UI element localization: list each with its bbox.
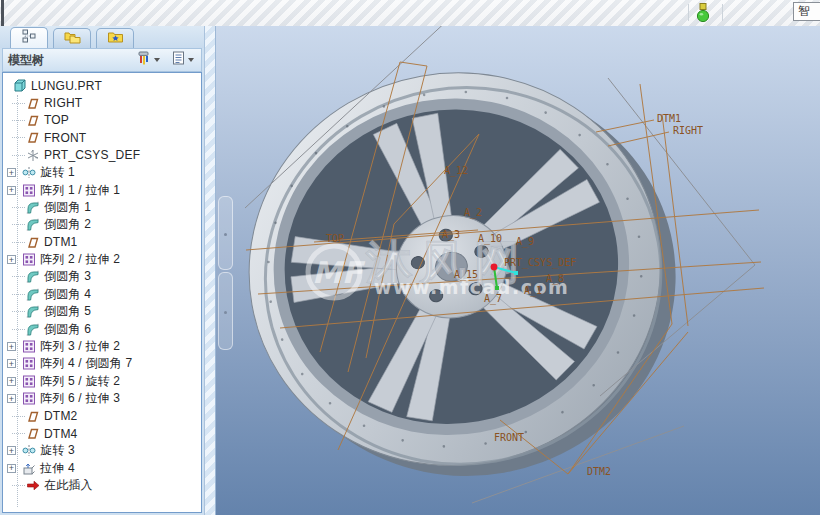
datum-label-A_3[interactable]: A_3 [442, 229, 460, 241]
3d-viewport[interactable]: MF 沐风网 www.mfcad.com DTM1RIGHTA_12A_2TOP… [216, 26, 820, 515]
tree-item-20[interactable]: DTM4 [3, 425, 201, 442]
datum-label-A_9[interactable]: A_9 [516, 236, 534, 248]
tree-item-16[interactable]: +阵列 4 / 倒圆角 7 [3, 355, 201, 372]
tree-item-19[interactable]: DTM2 [3, 407, 201, 424]
tree-item-23[interactable]: 在此插入 [3, 477, 201, 494]
datum-label-A_2[interactable]: A_2 [464, 207, 482, 219]
tree-item-11[interactable]: 倒圆角 3 [3, 268, 201, 285]
tree-connector-line [12, 224, 25, 225]
expand-toggle-icon[interactable]: + [7, 377, 16, 386]
expand-toggle-icon[interactable]: + [7, 464, 16, 473]
tab-model-tree[interactable] [10, 27, 48, 48]
tree-item-3[interactable]: FRONT [3, 129, 201, 146]
datum-label-A_8[interactable]: A_8 [546, 273, 564, 285]
tree-connector-line [12, 311, 25, 312]
datum-label-A_15[interactable]: A_15 [454, 269, 478, 281]
tree-item-7[interactable]: 倒圆角 1 [3, 199, 201, 216]
tree-item-label: 阵列 4 / 倒圆角 7 [40, 355, 132, 372]
tree-item-17[interactable]: +阵列 5 / 旋转 2 [3, 373, 201, 390]
tree-item-15[interactable]: +阵列 3 / 拉伸 2 [3, 338, 201, 355]
tree-connector-line [12, 416, 25, 417]
list-icon [172, 51, 185, 69]
chevron-down-icon [188, 58, 194, 62]
extrude-icon [21, 461, 36, 475]
tree-connector-line [12, 329, 25, 330]
tree-item-label: 倒圆角 1 [44, 199, 91, 216]
round-icon [25, 305, 40, 319]
tree-item-9[interactable]: DTM1 [3, 234, 201, 251]
tree-connector-line [12, 242, 25, 243]
datum-label-FRONT[interactable]: FRONT [494, 432, 524, 443]
tree-connector-line [12, 485, 25, 486]
datum-label-A_10[interactable]: A_10 [478, 233, 502, 245]
tree-item-21[interactable]: +旋转 3 [3, 442, 201, 459]
csys-axis-green-end [495, 286, 499, 290]
panel-splitter[interactable] [204, 26, 216, 515]
tree-item-label: 阵列 6 / 拉伸 3 [40, 390, 120, 407]
tree-item-13[interactable]: 倒圆角 5 [3, 303, 201, 320]
expand-toggle-icon[interactable]: + [7, 359, 16, 368]
datum-label-A_7[interactable]: A_7 [484, 293, 502, 305]
tree-item-label: DTM1 [44, 235, 77, 249]
expand-toggle-icon[interactable]: + [7, 394, 16, 403]
model-tree-title: 模型树 [8, 52, 44, 69]
regeneration-status-icon[interactable] [696, 3, 710, 23]
round-icon [25, 200, 40, 214]
tree-item-label: 倒圆角 6 [44, 321, 91, 338]
round-icon [25, 322, 40, 336]
top-right-partial-button[interactable]: 智 [793, 2, 820, 21]
show-filter-dropdown-button[interactable] [135, 50, 162, 70]
tree-item-0[interactable]: LUNGU.PRT [3, 77, 201, 94]
tree-columns-dropdown-button[interactable] [170, 50, 196, 70]
tree-item-18[interactable]: +阵列 6 / 拉伸 3 [3, 390, 201, 407]
datum-plane-icon [25, 96, 40, 110]
tree-icon [21, 29, 37, 47]
tree-item-label: 阵列 5 / 旋转 2 [40, 373, 120, 390]
datum-label-A_1[interactable]: A_1 [524, 285, 542, 297]
tab-favorites[interactable] [96, 28, 134, 48]
window-left-edge [1, 0, 4, 26]
expand-toggle-icon[interactable]: + [7, 255, 16, 264]
tree-item-label: TOP [44, 113, 69, 127]
expand-toggle-icon[interactable]: + [7, 168, 16, 177]
expand-toggle-icon[interactable]: + [7, 186, 16, 195]
tree-item-10[interactable]: +阵列 2 / 拉伸 2 [3, 251, 201, 268]
datum-label-A_12[interactable]: A_12 [444, 165, 468, 177]
tab-layer-tree[interactable] [53, 28, 91, 48]
round-icon [25, 218, 40, 232]
tree-item-label: 拉伸 4 [40, 460, 75, 477]
tree-item-label: DTM4 [44, 427, 77, 441]
round-icon [25, 287, 40, 301]
pattern-icon [21, 392, 36, 406]
tree-item-label: 倒圆角 3 [44, 268, 91, 285]
toolbar-separator [722, 4, 723, 21]
tree-item-6[interactable]: +阵列 1 / 拉伸 1 [3, 181, 201, 198]
tree-item-4[interactable]: PRT_CSYS_DEF [3, 147, 201, 164]
pattern-icon [21, 340, 36, 354]
top-toolbar: 智 [0, 0, 820, 27]
datum-label-DTM2[interactable]: DTM2 [587, 466, 611, 477]
navigator-tabs [0, 26, 204, 48]
tree-item-label: LUNGU.PRT [31, 79, 102, 93]
tree-item-label: 在此插入 [44, 477, 93, 494]
datum-label-DTM1[interactable]: DTM1 [657, 113, 681, 124]
tree-item-1[interactable]: RIGHT [3, 94, 201, 111]
layers-folder-icon [64, 30, 81, 48]
tree-item-22[interactable]: +拉伸 4 [3, 460, 201, 477]
datum-plane-icon [25, 235, 40, 249]
datum-label-TOP[interactable]: TOP [326, 233, 344, 244]
expand-toggle-icon[interactable]: + [7, 446, 16, 455]
tree-item-8[interactable]: 倒圆角 2 [3, 216, 201, 233]
tree-connector-line [12, 120, 25, 121]
model-tree-header: 模型树 [2, 48, 202, 72]
splitter-handle-bottom[interactable] [218, 272, 233, 350]
datum-label-PRT_CSYS_DEF[interactable]: PRT_CSYS_DEF [504, 257, 576, 269]
splitter-handle-top[interactable] [218, 196, 233, 270]
tree-item-12[interactable]: 倒圆角 4 [3, 286, 201, 303]
toolbar-separator [688, 4, 689, 21]
expand-toggle-icon[interactable]: + [7, 342, 16, 351]
tree-item-14[interactable]: 倒圆角 6 [3, 320, 201, 337]
tree-item-5[interactable]: +旋转 1 [3, 164, 201, 181]
tree-item-2[interactable]: TOP [3, 112, 201, 129]
datum-label-RIGHT[interactable]: RIGHT [673, 125, 703, 136]
